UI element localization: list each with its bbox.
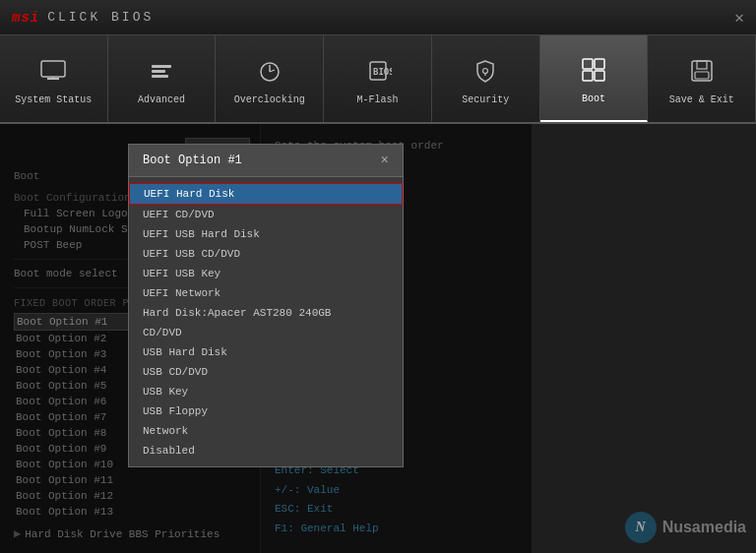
security-icon bbox=[468, 53, 503, 89]
svg-rect-14 bbox=[595, 59, 604, 69]
svg-rect-13 bbox=[583, 59, 593, 69]
nav-item-advanced[interactable]: Advanced bbox=[108, 35, 217, 122]
boot-label: Boot bbox=[582, 93, 605, 104]
security-label: Security bbox=[462, 94, 509, 105]
overclocking-label: Overclocking bbox=[234, 94, 305, 105]
system-status-label: System Status bbox=[15, 94, 92, 105]
modal-option-uefi-cdvd[interactable]: UEFI CD/DVD bbox=[129, 205, 403, 224]
watermark-icon: N bbox=[625, 512, 657, 543]
nav-item-overclocking[interactable]: Overclocking bbox=[216, 35, 324, 122]
svg-rect-19 bbox=[695, 72, 709, 79]
nav-item-save-exit[interactable]: Save & Exit bbox=[648, 35, 756, 122]
m-flash-label: M-Flash bbox=[357, 94, 399, 105]
svg-rect-5 bbox=[152, 75, 168, 78]
modal-overlay: Boot Option #1 × UEFI Hard Disk UEFI CD/… bbox=[0, 124, 532, 553]
modal-option-usb-floppy[interactable]: USB Floppy bbox=[129, 401, 403, 421]
advanced-icon bbox=[144, 53, 179, 89]
modal-option-uefi-network[interactable]: UEFI Network bbox=[129, 283, 403, 303]
modal-option-uefi-usb-cdvd[interactable]: UEFI USB CD/DVD bbox=[129, 244, 403, 264]
app-name: CLICK BIOS bbox=[47, 10, 154, 25]
nav-item-boot[interactable]: Boot bbox=[540, 35, 649, 122]
modal-close-button[interactable]: × bbox=[381, 153, 389, 168]
svg-rect-15 bbox=[583, 71, 593, 81]
close-button[interactable]: ✕ bbox=[734, 8, 744, 28]
navigation-bar: System StatusAdvancedOverclockingBIOSM-F… bbox=[0, 35, 756, 124]
modal-body: UEFI Hard Disk UEFI CD/DVD UEFI USB Hard… bbox=[129, 177, 403, 466]
m-flash-icon: BIOS bbox=[360, 53, 396, 89]
modal-option-uefi-hdd[interactable]: UEFI Hard Disk bbox=[129, 183, 403, 205]
modal-header: Boot Option #1 × bbox=[129, 145, 403, 177]
advanced-label: Advanced bbox=[138, 94, 185, 105]
save-exit-icon bbox=[684, 53, 720, 89]
modal-option-usb-key[interactable]: USB Key bbox=[129, 382, 403, 401]
nav-item-security[interactable]: Security bbox=[432, 35, 540, 122]
system-status-icon bbox=[35, 53, 71, 89]
title-bar: msi CLICK BIOS ✕ bbox=[0, 0, 756, 35]
overclocking-icon bbox=[252, 53, 287, 89]
modal-option-network[interactable]: Network bbox=[129, 421, 403, 441]
boot-icon bbox=[576, 52, 611, 88]
svg-text:BIOS: BIOS bbox=[373, 67, 392, 77]
modal-option-uefi-usb-hdd[interactable]: UEFI USB Hard Disk bbox=[129, 224, 403, 244]
main-content: BACK ↩ Boot Boot Configuration Full Scre… bbox=[0, 124, 756, 553]
modal-option-uefi-usb-key[interactable]: UEFI USB Key bbox=[129, 264, 403, 283]
svg-rect-4 bbox=[152, 70, 165, 73]
modal-option-usb-cdvd[interactable]: USB CD/DVD bbox=[129, 362, 403, 382]
svg-rect-0 bbox=[41, 61, 65, 77]
modal-option-disabled[interactable]: Disabled bbox=[129, 441, 403, 461]
watermark: N Nusamedia bbox=[625, 512, 746, 543]
modal-option-hdd-apacer[interactable]: Hard Disk:Apacer AST280 240GB bbox=[129, 303, 403, 323]
watermark-text: Nusamedia bbox=[662, 519, 746, 536]
svg-point-11 bbox=[483, 68, 488, 73]
modal-option-cdvd[interactable]: CD/DVD bbox=[129, 323, 403, 342]
modal-option-usb-hdd[interactable]: USB Hard Disk bbox=[129, 342, 403, 362]
nav-item-m-flash[interactable]: BIOSM-Flash bbox=[324, 35, 432, 122]
logo: msi bbox=[12, 10, 39, 26]
modal-title: Boot Option #1 bbox=[143, 154, 242, 167]
save-exit-label: Save & Exit bbox=[669, 94, 734, 105]
svg-rect-16 bbox=[595, 71, 604, 81]
svg-rect-3 bbox=[152, 65, 171, 68]
boot-option-modal: Boot Option #1 × UEFI Hard Disk UEFI CD/… bbox=[128, 144, 404, 467]
nav-item-system-status[interactable]: System Status bbox=[0, 35, 108, 122]
svg-rect-18 bbox=[697, 61, 707, 69]
